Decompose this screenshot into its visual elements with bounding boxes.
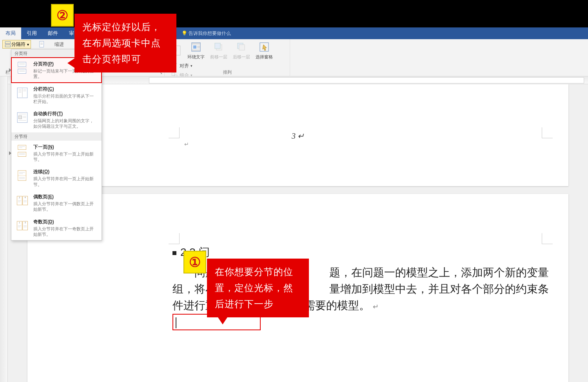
page-break-icon <box>15 61 29 75</box>
svg-text:2: 2 <box>19 196 20 199</box>
bring-forward-label: 前移一层 <box>210 54 227 60</box>
breaks-button-label: 分隔符 <box>11 41 25 48</box>
margin-corner-icon <box>542 233 553 244</box>
dropdown-item-desc: 插入分节符并在同一页上开始新节。 <box>33 176 98 187</box>
dropdown-item-desc: 分隔网页上的对象周围的文字，如分隔题注文字与正文。 <box>33 118 98 129</box>
dropdown-arrow-icon: ▾ <box>27 42 29 47</box>
breaks-button[interactable]: 分隔符 ▾ <box>2 40 31 49</box>
hyphenation-button[interactable] <box>33 40 51 49</box>
text-cursor <box>176 317 176 328</box>
submenu-indicator-icon <box>9 68 11 72</box>
dropdown-item-column-break[interactable]: 分栏符(C) 指示分栏符后面的文字将从下一栏开始。 <box>11 83 102 108</box>
dropdown-item-desc: 插入分节符并在下一奇数页上开始新节。 <box>33 226 98 237</box>
selection-pane-button[interactable]: 选择窗格 <box>253 40 275 61</box>
dropdown-item-title: 下一页(N) <box>33 144 98 150</box>
dropdown-item-title: 自动换行符(T) <box>33 110 98 117</box>
send-backward-button[interactable]: 后移一层 <box>230 40 252 61</box>
bring-forward-icon <box>212 41 225 53</box>
page-icon <box>38 41 45 48</box>
svg-rect-46 <box>18 152 26 156</box>
svg-rect-18 <box>239 45 245 50</box>
dropdown-section-section-breaks: 分节符 <box>11 132 102 141</box>
annotation-number-badge: ② <box>51 4 74 27</box>
svg-rect-16 <box>215 43 220 49</box>
dropdown-item-title: 分栏符(C) <box>33 86 98 92</box>
paragraph-mark-icon: ↵ <box>373 303 379 311</box>
paragraph-mark-icon: ↵ <box>184 141 189 147</box>
bring-forward-button[interactable]: 前移一层 <box>208 40 230 61</box>
indent-label: 缩进 <box>53 40 65 49</box>
dropdown-item-desc: 插入分节符并在下一页上开始新节。 <box>33 151 98 163</box>
odd-page-section-icon: 13 <box>15 219 29 233</box>
doc-heading[interactable]: 2.3 问 <box>27 245 568 260</box>
ribbon-group-arrange: 环绕文字 前移一层 后移一层 选择窗格 <box>165 39 290 76</box>
breaks-icon <box>4 41 11 48</box>
margin-corner-icon <box>169 233 180 244</box>
annotation-bubble: 在你想要分节的位置，定位光标，然后进行下一步 <box>207 259 309 317</box>
tab-references[interactable]: 引用 <box>21 27 42 39</box>
dropdown-item-title: 偶数页(E) <box>33 194 98 200</box>
continuous-section-icon <box>15 168 29 183</box>
margin-corner-icon <box>542 127 553 138</box>
selection-pane-icon <box>258 41 270 53</box>
align-label: 对齐 <box>180 63 189 69</box>
body-segment: 量增加到模型中去，并且对各个部分的约束条 <box>329 283 549 295</box>
send-backward-icon <box>235 41 248 53</box>
dropdown-item-desc: 指示分栏符后面的文字将从下一栏开始。 <box>33 93 98 105</box>
margin-corner-icon <box>169 127 180 138</box>
paragraph-mark-icon: ↵ <box>298 132 304 140</box>
page-number: 3 ↵ <box>292 131 304 141</box>
svg-rect-40 <box>18 116 22 119</box>
page-upper[interactable]: 3 ↵ ↵ <box>27 84 568 186</box>
svg-rect-3 <box>40 42 44 47</box>
svg-text:3: 3 <box>25 221 26 224</box>
annotation-bubble: 光标定位好以后，在布局选项卡中点击分页符即可 <box>74 14 176 72</box>
dropdown-item-even-page[interactable]: 24 偶数页(E) 插入分节符并在下一偶数页上开始新节。 <box>11 190 102 215</box>
breaks-dropdown: 分页符 分页符(P) 标记一页结束与下一页开始的位置。 分栏符(C) 指示分栏符… <box>11 49 102 241</box>
dropdown-item-text-wrapping-break[interactable]: 自动换行符(T) 分隔网页上的对象周围的文字，如分隔题注文字与正文。 <box>11 107 102 132</box>
tell-me-search[interactable]: 💡 告诉我你想要做什么 <box>181 30 231 37</box>
svg-rect-25 <box>18 62 26 67</box>
svg-rect-1 <box>5 45 11 47</box>
group-label-arrange: 排列 <box>165 69 290 75</box>
wrap-text-label: 环绕文字 <box>187 54 205 60</box>
selection-pane-label: 选择窗格 <box>256 54 273 60</box>
annotation-number-badge: ① <box>183 251 206 273</box>
text-wrapping-break-icon <box>15 110 29 125</box>
svg-text:1: 1 <box>19 221 20 224</box>
tab-mailings[interactable]: 邮件 <box>42 27 64 39</box>
svg-rect-26 <box>18 69 26 73</box>
dropdown-item-title: 奇数页(D) <box>33 219 98 225</box>
svg-rect-0 <box>5 42 11 43</box>
wrap-text-icon <box>190 41 202 53</box>
tell-me-label: 告诉我你想要做什么 <box>189 31 231 36</box>
ruler-vertical[interactable] <box>0 76 8 382</box>
wrap-text-button[interactable]: 环绕文字 <box>185 40 207 61</box>
dropdown-item-title: 连续(O) <box>33 168 98 175</box>
bullet-icon <box>172 251 176 255</box>
dropdown-item-odd-page[interactable]: 13 奇数页(D) 插入分节符并在下一奇数页上开始新节。 <box>11 215 102 241</box>
svg-rect-45 <box>18 145 26 149</box>
ruler-active-region[interactable] <box>149 77 584 83</box>
submenu-indicator-icon <box>9 151 11 155</box>
column-break-icon <box>15 86 29 100</box>
dropdown-item-next-page[interactable]: 下一页(N) 插入分节符并在下一页上开始新节。 <box>11 141 102 166</box>
tab-layout[interactable]: 布局 <box>0 27 21 39</box>
dropdown-item-desc: 插入分节符并在下一偶数页上开始新节。 <box>33 201 98 212</box>
next-page-section-icon <box>15 144 29 158</box>
dropdown-item-continuous[interactable]: 连续(O) 插入分节符并在同一页上开始新节。 <box>11 165 102 190</box>
svg-text:4: 4 <box>25 196 26 199</box>
send-backward-label: 后移一层 <box>233 54 250 60</box>
even-page-section-icon: 24 <box>15 194 29 208</box>
svg-rect-10 <box>193 45 196 49</box>
body-segment: 题，在问题一的模型之上，添加两个新的变量 <box>329 266 549 279</box>
